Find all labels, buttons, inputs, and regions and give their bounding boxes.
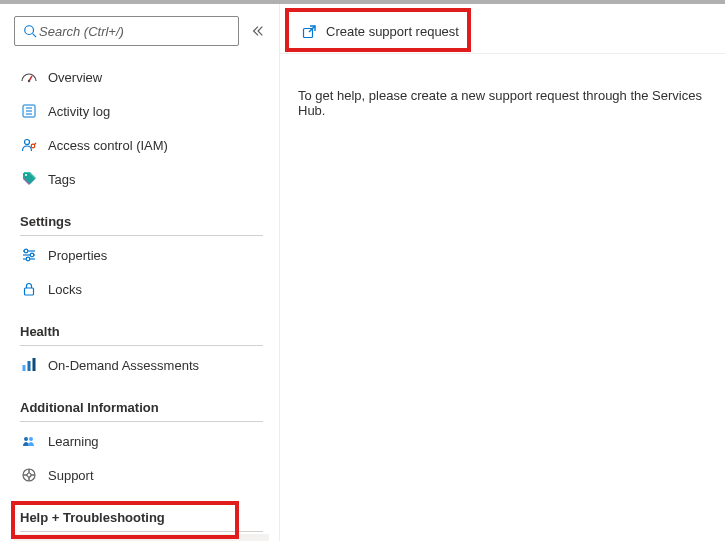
- svg-line-10: [34, 143, 36, 145]
- collapse-sidebar-button[interactable]: [247, 20, 269, 42]
- svg-point-0: [25, 26, 34, 35]
- lock-icon: [20, 280, 38, 298]
- section-header-additional: Additional Information: [14, 382, 269, 421]
- main-panel: Create support request To get help, plea…: [280, 4, 725, 541]
- sidebar-search-row: [14, 16, 269, 46]
- external-link-icon: [300, 23, 318, 41]
- svg-rect-20: [28, 361, 31, 371]
- svg-point-8: [25, 140, 30, 145]
- sidebar-item-tags[interactable]: Tags: [14, 162, 269, 196]
- svg-rect-21: [33, 358, 36, 371]
- sidebar-item-assessments[interactable]: On-Demand Assessments: [14, 348, 269, 382]
- svg-point-9: [31, 144, 35, 148]
- svg-point-15: [30, 253, 34, 257]
- divider: [20, 235, 263, 236]
- command-label: Create support request: [326, 24, 459, 39]
- sidebar-item-locks[interactable]: Locks: [14, 272, 269, 306]
- sidebar-item-contact-services-hub[interactable]: Contact services hub team: [14, 534, 269, 541]
- sidebar-item-support[interactable]: Support: [14, 458, 269, 492]
- create-support-request-button[interactable]: Create support request: [290, 17, 469, 47]
- sidebar-item-label: Locks: [48, 282, 82, 297]
- sidebar: Overview Activity log Access control (IA…: [0, 4, 280, 541]
- sidebar-item-label: Support: [48, 468, 94, 483]
- sidebar-item-label: Overview: [48, 70, 102, 85]
- properties-icon: [20, 246, 38, 264]
- sidebar-item-label: Activity log: [48, 104, 110, 119]
- section-header-settings: Settings: [14, 196, 269, 235]
- sidebar-item-label: Properties: [48, 248, 107, 263]
- search-icon: [21, 22, 39, 40]
- svg-point-23: [29, 437, 33, 441]
- svg-point-13: [24, 249, 28, 253]
- svg-point-11: [25, 174, 27, 176]
- svg-point-17: [26, 257, 30, 261]
- svg-line-1: [33, 34, 37, 38]
- svg-point-3: [28, 80, 30, 82]
- search-input[interactable]: [39, 24, 232, 39]
- sidebar-item-label: Tags: [48, 172, 75, 187]
- sidebar-item-access-control[interactable]: Access control (IAM): [14, 128, 269, 162]
- sidebar-item-properties[interactable]: Properties: [14, 238, 269, 272]
- overview-icon: [20, 68, 38, 86]
- sidebar-search-box[interactable]: [14, 16, 239, 46]
- sidebar-item-label: Access control (IAM): [48, 138, 168, 153]
- section-header-health: Health: [14, 306, 269, 345]
- divider: [20, 345, 263, 346]
- access-control-icon: [20, 136, 38, 154]
- sidebar-item-label: On-Demand Assessments: [48, 358, 199, 373]
- assessments-icon: [20, 356, 38, 374]
- sidebar-item-activity-log[interactable]: Activity log: [14, 94, 269, 128]
- command-bar: Create support request: [280, 10, 725, 54]
- section-header-help: Help + Troubleshooting: [14, 492, 269, 531]
- svg-rect-19: [23, 365, 26, 371]
- sidebar-item-learning[interactable]: Learning: [14, 424, 269, 458]
- svg-point-25: [27, 473, 31, 477]
- sidebar-item-label: Learning: [48, 434, 99, 449]
- svg-rect-18: [25, 288, 34, 295]
- help-message: To get help, please create a new support…: [280, 54, 725, 118]
- divider: [20, 421, 263, 422]
- divider: [20, 531, 263, 532]
- activity-log-icon: [20, 102, 38, 120]
- layout: Overview Activity log Access control (IA…: [0, 4, 725, 541]
- svg-point-22: [24, 437, 28, 441]
- tags-icon: [20, 170, 38, 188]
- learning-icon: [20, 432, 38, 450]
- sidebar-item-overview[interactable]: Overview: [14, 60, 269, 94]
- support-icon: [20, 466, 38, 484]
